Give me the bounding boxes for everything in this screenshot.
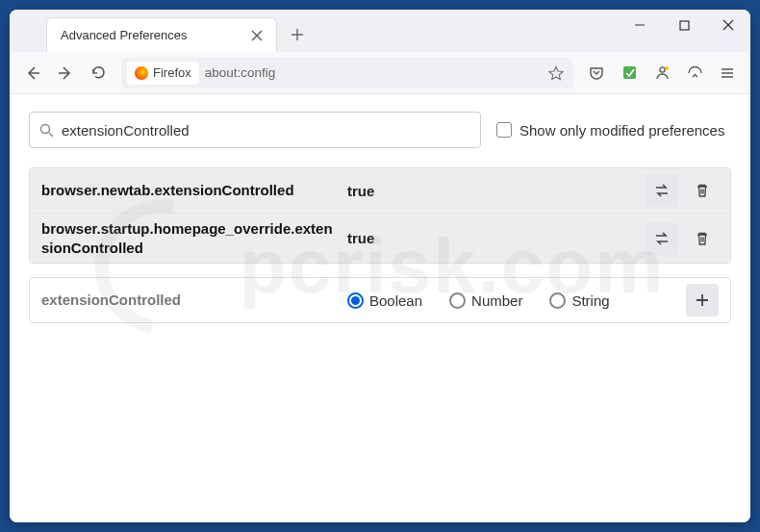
type-selector: Boolean Number String (347, 292, 678, 309)
minimize-button[interactable] (618, 10, 662, 40)
type-boolean-radio[interactable]: Boolean (347, 292, 422, 309)
downloads-icon[interactable] (679, 58, 710, 89)
site-identity[interactable]: Firefox (127, 62, 199, 85)
delete-button[interactable] (686, 222, 719, 255)
add-button[interactable] (686, 284, 719, 317)
modified-only-checkbox[interactable] (496, 122, 512, 138)
radio-icon (347, 292, 364, 309)
extension-icon[interactable] (614, 58, 645, 89)
new-pref-name: extensionControlled (41, 291, 340, 310)
modified-only-checkbox-wrap[interactable]: Show only modified preferences (496, 122, 724, 139)
forward-button[interactable] (50, 58, 81, 89)
delete-button[interactable] (686, 174, 719, 207)
type-number-radio[interactable]: Number (449, 292, 522, 309)
browser-tab[interactable]: Advanced Preferences (46, 17, 277, 52)
new-pref-row-container: extensionControlled Boolean Number Strin… (29, 277, 731, 323)
pref-row: browser.startup.homepage_override.extens… (30, 214, 730, 263)
toggle-button[interactable] (646, 174, 678, 207)
new-pref-row: extensionControlled Boolean Number Strin… (30, 278, 730, 322)
pref-name: browser.newtab.extensionControlled (41, 181, 340, 200)
tab-title: Advanced Preferences (61, 28, 238, 42)
back-button[interactable] (17, 58, 48, 89)
search-icon (39, 123, 54, 138)
svg-rect-0 (680, 21, 689, 30)
preferences-table: browser.newtab.extensionControlled true … (29, 167, 731, 264)
toggle-button[interactable] (646, 222, 678, 255)
radio-icon (549, 292, 566, 309)
pref-row: browser.newtab.extensionControlled true (30, 168, 730, 214)
titlebar: Advanced Preferences (10, 10, 750, 52)
about-config-content: Show only modified preferences browser.n… (10, 94, 750, 522)
url-bar[interactable]: Firefox about:config (121, 58, 573, 89)
svg-point-2 (659, 67, 664, 72)
bookmark-star-icon[interactable] (545, 62, 568, 85)
site-label: Firefox (153, 65, 191, 80)
window-controls (618, 10, 750, 52)
pref-name: browser.startup.homepage_override.extens… (41, 219, 340, 257)
firefox-logo-icon (135, 66, 148, 80)
modified-only-label: Show only modified preferences (519, 122, 724, 139)
pref-value: true (347, 230, 638, 246)
new-tab-button[interactable] (283, 20, 312, 49)
config-search-box[interactable] (29, 112, 481, 148)
radio-icon (449, 292, 466, 309)
svg-point-3 (665, 66, 669, 70)
pocket-icon[interactable] (581, 58, 612, 89)
svg-rect-1 (623, 66, 636, 79)
config-search-input[interactable] (62, 122, 470, 139)
type-string-radio[interactable]: String (549, 292, 609, 309)
reload-button[interactable] (83, 58, 114, 89)
maximize-button[interactable] (662, 10, 706, 40)
account-icon[interactable] (646, 58, 677, 89)
close-window-button[interactable] (706, 10, 750, 40)
navigation-toolbar: Firefox about:config (10, 52, 750, 94)
menu-button[interactable] (712, 58, 743, 89)
close-tab-icon[interactable] (247, 26, 266, 45)
pref-value: true (347, 183, 638, 199)
svg-point-4 (41, 124, 50, 133)
url-text: about:config (205, 65, 539, 80)
